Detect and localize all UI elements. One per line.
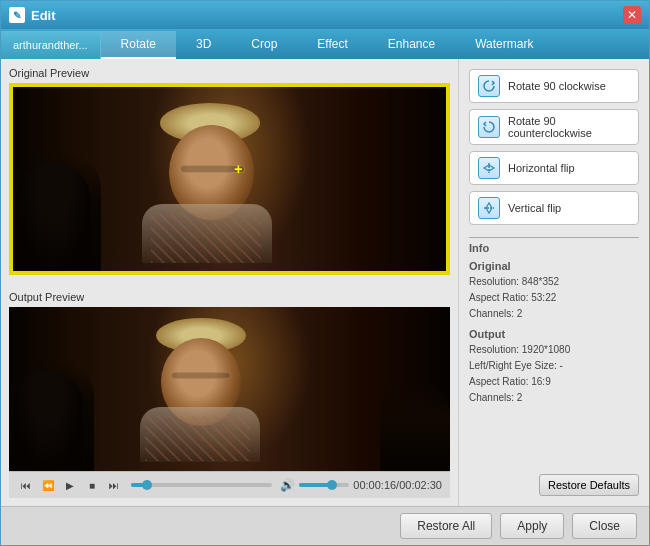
rotate-ccw-button[interactable]: Rotate 90 counterclockwise [469,109,639,145]
skip-back-button[interactable]: ⏮ [17,476,35,494]
progress-bar[interactable] [131,483,272,487]
rotate-ccw-label: Rotate 90 counterclockwise [508,115,630,139]
volume-thumb[interactable] [327,480,337,490]
window-title: Edit [31,8,623,23]
original-preview-frame: + [9,83,450,275]
output-preview-frame [9,307,450,472]
stop-button[interactable]: ■ [83,476,101,494]
rotate-cw-button[interactable]: Rotate 90 clockwise [469,69,639,103]
output-info-title: Output [469,328,639,340]
close-window-button[interactable]: ✕ [623,6,641,24]
content-area: Original Preview [1,59,649,506]
restore-defaults-button[interactable]: Restore Defaults [539,474,639,496]
file-tab-label: arthurandther... [13,39,88,51]
bottom-bar: Restore All Apply Close [1,506,649,545]
apply-button[interactable]: Apply [500,513,564,539]
progress-thumb[interactable] [142,480,152,490]
restore-all-button[interactable]: Restore All [400,513,492,539]
left-panel: Original Preview [1,59,459,506]
tab-watermark[interactable]: Watermark [455,31,553,59]
playback-bar: ⏮ ⏪ ▶ ■ ⏭ 🔊 00:00:16/00:02:30 [9,471,450,498]
edit-window: ✎ Edit ✕ arthurandther... Rotate 3D Crop… [0,0,650,546]
original-info-title: Original [469,260,639,272]
crosshair: + [234,161,242,177]
tab-enhance[interactable]: Enhance [368,31,455,59]
info-title: Info [469,242,639,254]
close-button[interactable]: Close [572,513,637,539]
flip-h-label: Horizontal flip [508,162,575,174]
tab-crop[interactable]: Crop [231,31,297,59]
flip-h-button[interactable]: Horizontal flip [469,151,639,185]
rotate-cw-icon [478,75,500,97]
original-resolution: Resolution: 848*352 [469,274,639,290]
output-channels: Channels: 2 [469,390,639,406]
rotate-ccw-icon [478,116,500,138]
original-preview-label: Original Preview [9,67,450,79]
output-preview-label: Output Preview [9,291,450,303]
tab-rotate[interactable]: Rotate [101,31,176,59]
output-aspect-ratio: Aspect Ratio: 16:9 [469,374,639,390]
info-divider [469,237,639,238]
file-tab[interactable]: arthurandther... [1,31,101,59]
time-display: 00:00:16/00:02:30 [353,479,442,491]
info-section: Info Original Resolution: 848*352 Aspect… [469,237,639,468]
volume-bar[interactable] [299,483,349,487]
skip-forward-button[interactable]: ⏭ [105,476,123,494]
flip-v-button[interactable]: Vertical flip [469,191,639,225]
flip-v-icon [478,197,500,219]
output-resolution: Resolution: 1920*1080 [469,342,639,358]
original-preview-section: Original Preview [1,59,458,283]
flip-h-icon [478,157,500,179]
flip-v-label: Vertical flip [508,202,561,214]
tab-3d[interactable]: 3D [176,31,231,59]
rotate-cw-label: Rotate 90 clockwise [508,80,606,92]
output-preview-section: Output Preview [1,283,458,507]
window-icon: ✎ [9,7,25,23]
output-lr-eye-size: Left/Right Eye Size: - [469,358,639,374]
step-back-button[interactable]: ⏪ [39,476,57,494]
right-panel: Rotate 90 clockwise Rotate 90 counterclo… [459,59,649,506]
volume-icon: 🔊 [280,478,295,492]
title-bar: ✎ Edit ✕ [1,1,649,29]
play-button[interactable]: ▶ [61,476,79,494]
original-aspect-ratio: Aspect Ratio: 53:22 [469,290,639,306]
tab-effect[interactable]: Effect [297,31,367,59]
original-channels: Channels: 2 [469,306,639,322]
tabs-bar: arthurandther... Rotate 3D Crop Effect E… [1,29,649,59]
